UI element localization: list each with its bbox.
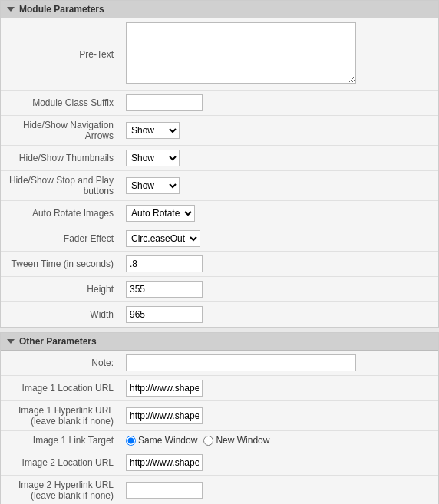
img1-new-window-radio[interactable] [203,436,213,446]
img1-target-radio-group: Same Window New Window [126,435,432,446]
module-class-suffix-label: Module Class Suffix [1,91,120,116]
img1-hyperlink-row: Image 1 Hyperlink URL (leave blank if no… [1,401,438,431]
auto-rotate-row: Auto Rotate Images Auto Rotate Manual [1,201,438,226]
hide-show-thumbnails-label: Hide/Show Thumbnails [1,146,120,171]
fader-effect-row: Fader Effect Circ.easeOut Linear Bounce [1,226,438,252]
hide-show-nav-row: Hide/Show Navigation Arrows Show Hide [1,116,438,146]
pre-text-value [120,18,438,91]
other-params-table: Note: Image 1 Location URL Image 1 Hyper… [1,351,438,504]
fader-effect-select[interactable]: Circ.easeOut Linear Bounce [126,230,200,247]
img2-location-row: Image 2 Location URL [1,450,438,476]
hide-show-stop-label: Hide/Show Stop and Play buttons [1,171,120,201]
module-class-suffix-row: Module Class Suffix [1,91,438,116]
collapse-triangle-other-icon[interactable] [7,339,15,344]
tween-time-input[interactable] [126,255,203,272]
module-params-header: Module Parameters [1,1,438,18]
pre-text-label: Pre-Text [1,18,120,91]
hide-show-thumbnails-row: Hide/Show Thumbnails Show Hide [1,146,438,171]
width-input[interactable] [126,306,203,323]
height-input[interactable] [126,281,203,298]
auto-rotate-select[interactable]: Auto Rotate Manual [126,205,195,222]
collapse-triangle-icon[interactable] [7,7,15,12]
img1-target-label: Image 1 Link Target [1,431,120,450]
img1-same-window-radio[interactable] [126,436,136,446]
tween-time-label: Tween Time (in seconds) [1,252,120,277]
module-params-table: Pre-Text Module Class Suffix Hide/Show N… [1,18,438,327]
hide-show-thumbnails-select[interactable]: Show Hide [126,150,180,166]
img1-target-row: Image 1 Link Target Same Window New Wind… [1,431,438,450]
pre-text-textarea[interactable] [126,22,356,84]
note-input[interactable] [126,354,356,371]
tween-time-row: Tween Time (in seconds) [1,252,438,277]
width-label: Width [1,302,120,328]
img1-new-window-text: New Window [216,435,269,446]
hide-show-stop-row: Hide/Show Stop and Play buttons Show Hid… [1,171,438,201]
auto-rotate-label: Auto Rotate Images [1,201,120,226]
note-row: Note: [1,351,438,376]
img1-location-row: Image 1 Location URL [1,376,438,401]
hide-show-nav-select[interactable]: Show Hide [126,122,180,139]
img1-same-window-label[interactable]: Same Window [126,435,197,446]
height-label: Height [1,277,120,302]
img2-hyperlink-input[interactable] [126,482,203,499]
hide-show-stop-select[interactable]: Show Hide [126,177,180,194]
pre-text-row: Pre-Text [1,18,438,91]
module-params-title: Module Parameters [19,4,104,15]
height-row: Height [1,277,438,302]
note-label: Note: [1,351,120,376]
other-params-section: Other Parameters Note: Image 1 Location … [0,332,439,504]
img1-same-window-text: Same Window [138,435,197,446]
fader-effect-label: Fader Effect [1,226,120,252]
other-params-title: Other Parameters [19,336,97,347]
img1-location-label: Image 1 Location URL [1,376,120,401]
img1-hyperlink-label: Image 1 Hyperlink URL (leave blank if no… [1,401,120,431]
hide-show-nav-label: Hide/Show Navigation Arrows [1,116,120,146]
img2-location-input[interactable] [126,454,203,471]
img2-hyperlink-label: Image 2 Hyperlink URL (leave blank if no… [1,476,120,505]
img2-hyperlink-row: Image 2 Hyperlink URL (leave blank if no… [1,476,438,505]
img2-location-label: Image 2 Location URL [1,450,120,476]
width-row: Width [1,302,438,328]
other-params-header: Other Parameters [1,333,438,351]
module-class-suffix-input[interactable] [126,94,203,111]
img1-new-window-label[interactable]: New Window [203,435,269,446]
img1-hyperlink-input[interactable] [126,407,203,424]
module-params-section: Module Parameters Pre-Text Module Class … [0,0,439,328]
img1-location-input[interactable] [126,380,203,397]
